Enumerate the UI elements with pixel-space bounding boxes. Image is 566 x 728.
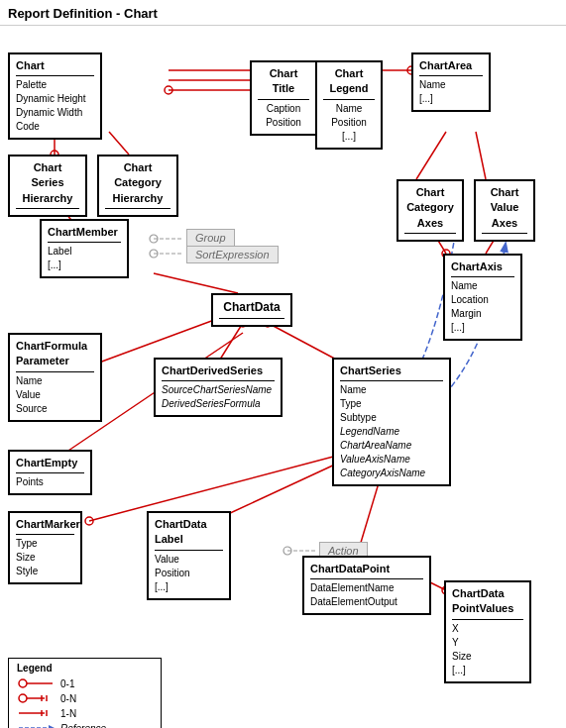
page-title: Report Definition - Chart	[0, 0, 566, 26]
chart-cat-axes-title: ChartCategoryAxes	[404, 185, 456, 234]
chart-data-label-box: ChartDataLabel Value Position [...]	[147, 511, 231, 600]
diagram-area: Chart Palette Dynamic Height Dynamic Wid…	[0, 26, 566, 728]
chart-member-box: ChartMember Label [...]	[40, 219, 129, 278]
chart-empty-title: ChartEmpty	[16, 456, 84, 473]
svg-line-7	[109, 132, 129, 155]
chart-member-title: ChartMember	[48, 225, 121, 243]
chart-empty-box: ChartEmpty Points	[8, 450, 92, 495]
chart-category-axes-box: ChartCategoryAxes	[396, 179, 464, 242]
chart-derived-series-title: ChartDerivedSeries	[162, 364, 275, 381]
chart-data-point-title: ChartDataPoint	[310, 562, 423, 579]
chart-axis-box: ChartAxis Name Location Margin [...]	[443, 254, 522, 341]
chart-series-box: ChartSeries Name Type Subtype LegendName…	[332, 358, 451, 486]
chart-axis-title: ChartAxis	[451, 260, 514, 277]
legend-box: Legend 0-1 0-N 1-N Reference	[8, 658, 162, 728]
svg-point-13	[150, 235, 158, 243]
legend-item-0-n: 0-N	[17, 692, 153, 704]
chart-formula-param-box: ChartFormulaParameter Name Value Source	[8, 333, 102, 422]
chart-data-box: ChartData	[211, 293, 292, 327]
chart-box-title: Chart	[16, 58, 94, 76]
svg-line-32	[213, 457, 352, 521]
svg-line-19	[218, 323, 243, 363]
chart-area-title: ChartArea	[419, 58, 483, 76]
chart-data-point-values-box: ChartDataPointValues X Y Size [...]	[444, 580, 531, 683]
legend-title: Legend	[17, 663, 153, 674]
legend-item-reference: Reference	[17, 722, 153, 728]
chart-area-box: ChartArea Name [...]	[411, 52, 491, 112]
chart-val-axes-title: ChartValueAxes	[482, 185, 527, 234]
chart-formula-param-title: ChartFormulaParameter	[16, 339, 94, 372]
chart-cat-hier-title: Chart CategoryHierarchy	[105, 160, 170, 209]
chart-legend-box: ChartLegend Name Position [...]	[315, 60, 383, 150]
chart-data-title: ChartData	[219, 299, 284, 319]
legend-item-0-1: 0-1	[17, 677, 153, 689]
chart-legend-title: ChartLegend	[323, 66, 375, 100]
svg-point-40	[19, 679, 27, 687]
sort-expr-optional: SortExpression	[186, 246, 279, 263]
chart-data-label-title: ChartDataLabel	[155, 517, 223, 551]
svg-line-18	[154, 273, 238, 293]
chart-derived-series-box: ChartDerivedSeries SourceChartSeriesName…	[154, 358, 283, 417]
svg-line-8	[416, 132, 446, 179]
chart-box: Chart Palette Dynamic Height Dynamic Wid…	[8, 52, 102, 140]
chart-marker-box: ChartMarker Type Size Style	[8, 511, 82, 584]
group-optional: Group	[186, 229, 235, 247]
svg-point-1	[165, 86, 172, 94]
chart-data-point-box: ChartDataPoint DataElementName DataEleme…	[302, 556, 431, 615]
svg-point-14	[150, 250, 158, 258]
svg-line-23	[268, 323, 342, 363]
chart-marker-title: ChartMarker	[16, 517, 74, 535]
legend-item-1-n: 1-N	[17, 707, 153, 719]
chart-value-axes-box: ChartValueAxes	[474, 179, 535, 242]
chart-series-hierarchy-box: ChartSeriesHierarchy	[8, 155, 87, 217]
chart-data-point-values-title: ChartDataPointValues	[452, 586, 523, 620]
chart-series-title: ChartSeries	[340, 364, 443, 381]
svg-point-42	[19, 694, 27, 702]
chart-series-hier-title: ChartSeriesHierarchy	[16, 160, 79, 209]
svg-point-35	[283, 547, 291, 555]
chart-title-box-title: ChartTitle	[258, 66, 309, 100]
chart-category-hierarchy-box: Chart CategoryHierarchy	[97, 155, 178, 217]
chart-title-box: ChartTitle Caption Position	[250, 60, 317, 136]
svg-line-9	[476, 132, 486, 179]
svg-point-31	[85, 517, 93, 525]
